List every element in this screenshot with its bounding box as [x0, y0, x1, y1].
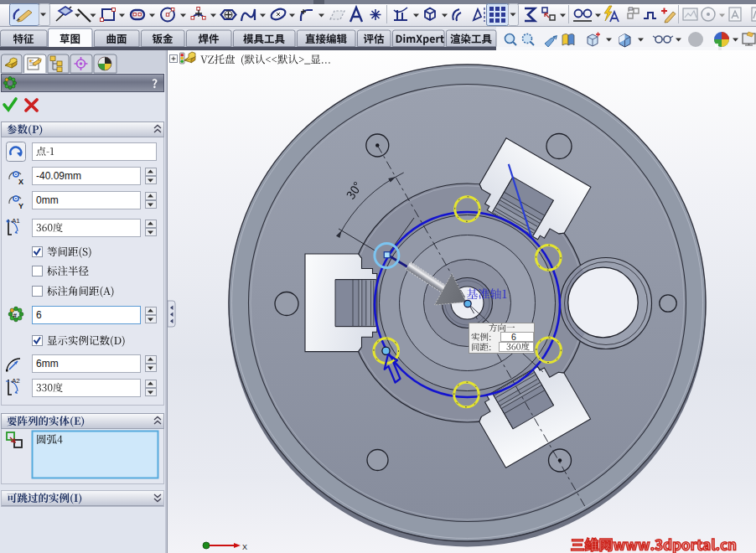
svg-text:X: X — [18, 178, 23, 186]
svg-text:#: # — [13, 312, 18, 319]
svg-text:-40.09mm: -40.09mm — [36, 170, 81, 182]
svg-text:A2: A2 — [12, 377, 20, 385]
svg-text:0mm: 0mm — [36, 194, 59, 206]
svg-text:6: 6 — [511, 332, 516, 342]
svg-text:6: 6 — [36, 309, 42, 321]
svg-text:A1: A1 — [12, 217, 20, 225]
svg-text:Y: Y — [18, 202, 23, 210]
svg-text:X: X — [242, 543, 247, 551]
svg-text:6mm: 6mm — [36, 358, 59, 370]
